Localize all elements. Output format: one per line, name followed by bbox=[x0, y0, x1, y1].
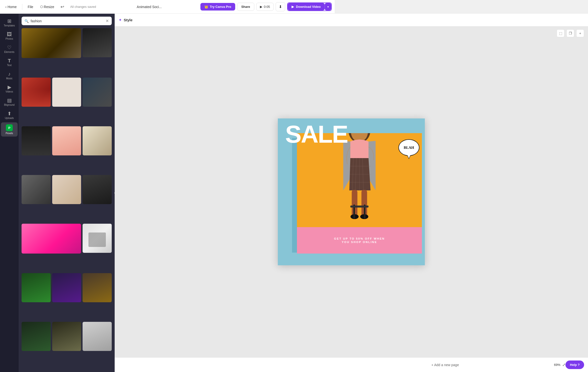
music-icon: ♪ bbox=[8, 71, 11, 76]
changes-saved-status: All changes saved bbox=[70, 5, 96, 9]
templates-icon: ⊞ bbox=[7, 19, 12, 23]
resize-icon: ⬡ bbox=[40, 5, 43, 9]
sidebar-item-pexels[interactable]: P Pexels bbox=[1, 122, 18, 137]
style-label: Style bbox=[124, 18, 133, 22]
sidebar: ⊞ Templates 🖼 Photos ♡ Elements T Text ♪… bbox=[0, 14, 19, 212]
project-name: Animated Soci... bbox=[102, 5, 196, 9]
photos-icon: 🖼 bbox=[7, 32, 12, 37]
undo-button[interactable]: ↩ bbox=[59, 3, 66, 11]
uploads-icon: ⬆ bbox=[7, 111, 12, 116]
search-bar: 🔍 ✕ bbox=[22, 17, 112, 25]
download-video-label: Download Video bbox=[296, 5, 321, 9]
download-video-dropdown[interactable]: ▾ bbox=[325, 3, 331, 11]
play-icon: ▶ bbox=[260, 5, 262, 9]
download-icon-button[interactable]: ⬇ bbox=[276, 2, 285, 11]
photo-item[interactable] bbox=[52, 78, 81, 107]
photo-item[interactable] bbox=[52, 126, 81, 155]
resize-button[interactable]: ⬡ Resize bbox=[38, 3, 57, 10]
text-icon: T bbox=[8, 58, 11, 63]
file-label: File bbox=[28, 5, 33, 9]
sale-text: SALE bbox=[285, 122, 335, 146]
photo-item[interactable] bbox=[22, 78, 51, 107]
play-button[interactable]: ▶ 0:05 bbox=[256, 3, 274, 11]
sidebar-item-label: Music bbox=[6, 77, 12, 80]
download-video-group: ▶ Download Video ▾ bbox=[287, 2, 332, 11]
pexels-badge: P bbox=[6, 124, 13, 131]
photo-item[interactable] bbox=[83, 28, 112, 57]
photo-item[interactable] bbox=[83, 175, 112, 204]
design-canvas[interactable]: SALE BLAH GET UP TO 50% OFF WHEN YOU SHO… bbox=[278, 118, 335, 212]
search-icon: 🔍 bbox=[24, 19, 29, 23]
photos-panel: 🔍 ✕ ‹ bbox=[19, 14, 115, 212]
clear-search-button[interactable]: ✕ bbox=[106, 19, 109, 23]
style-bar: ✦ Style bbox=[115, 14, 335, 26]
sidebar-item-templates[interactable]: ⊞ Templates bbox=[1, 17, 18, 29]
sidebar-item-label: Bkground bbox=[4, 104, 15, 106]
background-icon: ▤ bbox=[7, 98, 12, 103]
photo-item[interactable] bbox=[22, 126, 51, 155]
photo-item[interactable] bbox=[22, 28, 81, 58]
panel-collapse-button[interactable]: ‹ bbox=[112, 187, 115, 199]
crown-icon: 👑 bbox=[204, 5, 208, 9]
sidebar-item-label: Videos bbox=[6, 90, 13, 93]
file-button[interactable]: File bbox=[25, 3, 36, 10]
topbar: ‹ Home File ⬡ Resize ↩ All changes saved… bbox=[0, 0, 335, 14]
sidebar-item-text[interactable]: T Text bbox=[1, 56, 18, 69]
photo-grid bbox=[19, 28, 115, 212]
photo-item[interactable] bbox=[83, 126, 112, 155]
divider-1 bbox=[22, 4, 22, 10]
try-pro-label: Try Canva Pro bbox=[210, 5, 231, 9]
sidebar-item-label: Elements bbox=[4, 51, 14, 53]
sidebar-item-elements[interactable]: ♡ Elements bbox=[1, 43, 18, 55]
sidebar-item-label: Templates bbox=[4, 24, 15, 27]
photo-item[interactable] bbox=[22, 175, 51, 204]
chevron-left-icon: ‹ bbox=[5, 5, 7, 9]
sidebar-item-label: Pexels bbox=[6, 132, 13, 135]
sparkle-icon: ✦ bbox=[119, 18, 122, 22]
sidebar-item-background[interactable]: ▤ Bkground bbox=[1, 96, 18, 108]
sidebar-item-videos[interactable]: ▶ Videos bbox=[1, 83, 18, 95]
share-label: Share bbox=[241, 5, 250, 9]
resize-label: Resize bbox=[44, 5, 54, 9]
sidebar-item-music[interactable]: ♪ Music bbox=[1, 70, 18, 82]
download-video-button[interactable]: ▶ Download Video bbox=[288, 3, 325, 11]
share-button[interactable]: Share bbox=[237, 3, 254, 11]
elements-icon: ♡ bbox=[7, 45, 12, 50]
videos-icon: ▶ bbox=[8, 85, 11, 90]
home-button[interactable]: ‹ Home bbox=[3, 3, 19, 10]
sidebar-item-label: Uploads bbox=[5, 117, 14, 119]
photo-item[interactable] bbox=[52, 175, 81, 204]
sidebar-item-photos[interactable]: 🖼 Photos bbox=[1, 30, 18, 42]
search-input[interactable] bbox=[31, 19, 104, 23]
sidebar-item-label: Photos bbox=[5, 37, 13, 40]
sidebar-item-label: Text bbox=[7, 64, 12, 67]
canvas-area: ⬚ ❐ + bbox=[115, 26, 335, 212]
play-time: 0:05 bbox=[264, 5, 270, 9]
sidebar-item-uploads[interactable]: ⬆ Uploads bbox=[1, 109, 18, 121]
try-pro-button[interactable]: 👑 Try Canva Pro bbox=[200, 3, 235, 11]
home-label: Home bbox=[8, 5, 17, 9]
photo-item[interactable] bbox=[83, 78, 112, 107]
video-icon: ▶ bbox=[292, 5, 294, 9]
